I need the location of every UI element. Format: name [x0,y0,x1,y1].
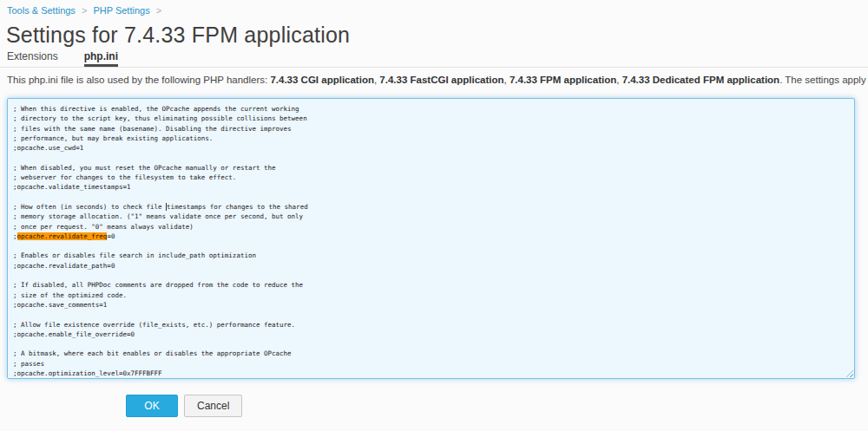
page-title: Settings for 7.4.33 FPM application [6,23,350,48]
editor-line: ; When disabled, you must reset the OPca… [13,163,849,173]
editor-line [13,271,849,280]
editor-line: ; If disabled, all PHPDoc comments are d… [13,280,849,290]
breadcrumb-separator-icon: > [156,5,161,16]
editor-line: ; size of the optimized code. [13,291,849,300]
editor-line: ; passes [13,359,849,369]
editor-line: ; memory storage allocation. ("1" means … [13,212,849,221]
breadcrumb: Tools & Settings > PHP Settings > [7,5,165,16]
breadcrumb-link-php-settings[interactable]: PHP Settings [93,5,149,16]
editor-line: ; once per request. "0" means always val… [13,222,849,232]
editor-line: ;opcache.validate_timestamps=1 [13,182,849,192]
editor-line: ;opcache.enable_file_override=0 [13,330,849,339]
editor-line: ;opcache.revalidate_path=0 [13,261,849,271]
editor-line: ; A bitmask, where each bit enables or d… [13,349,849,358]
breadcrumb-link-tools-settings[interactable]: Tools & Settings [7,5,76,16]
editor-line [13,241,849,251]
form-buttons: OK Cancel [126,395,242,417]
tab-extensions[interactable]: Extensions [7,51,58,67]
editor-line: ; webserver for changes to the filesyste… [13,173,849,182]
editor-line: ; Enables or disables file search in inc… [13,251,849,260]
editor-line: ; files with the same name (basename). D… [13,124,849,134]
cancel-button[interactable]: Cancel [184,395,242,417]
text-caret [166,203,167,211]
editor-line: ;opcache.optimization_level=0x7FFFBFFF [13,369,849,378]
editor-line: ; directory to the script key, thus elim… [13,114,849,123]
tab-bar: Extensions php.ini [0,51,868,68]
editor-line [13,310,849,319]
editor-line [13,339,849,349]
editor-line: ; How often (in seconds) to check file t… [13,202,849,212]
breadcrumb-separator-icon: > [82,5,87,16]
editor-line: ; When this directive is enabled, the OP… [13,104,849,114]
editor-line: ; Allow file existence override (file_ex… [13,320,849,330]
ok-button[interactable]: OK [126,395,178,417]
editor-line: ;opcache.use_cwd=1 [13,143,849,153]
editor-line [13,153,849,162]
editor-line: ; performance, but may break existing ap… [13,134,849,143]
editor-line [13,193,849,202]
editor-line: ;opcache.revalidate_freq=0 [13,232,849,241]
php-handler-name: 7.4.33 Dedicated FPM application [622,75,780,85]
php-ini-editor[interactable]: ; When this directive is enabled, the OP… [7,98,855,379]
search-highlight: opcache.revalidate_freq [17,232,108,240]
tab-php-ini[interactable]: php.ini [84,51,118,67]
php-handler-name: 7.4.33 CGI application [270,75,374,85]
editor-line: ;opcache.save_comments=1 [13,300,849,310]
handlers-description: This php.ini file is also used by the fo… [7,75,865,85]
php-handler-name: 7.4.33 FPM application [510,75,616,85]
php-ini-content: ; When this directive is enabled, the OP… [13,104,849,378]
php-handler-name: 7.4.33 FastCGI application [379,75,503,85]
